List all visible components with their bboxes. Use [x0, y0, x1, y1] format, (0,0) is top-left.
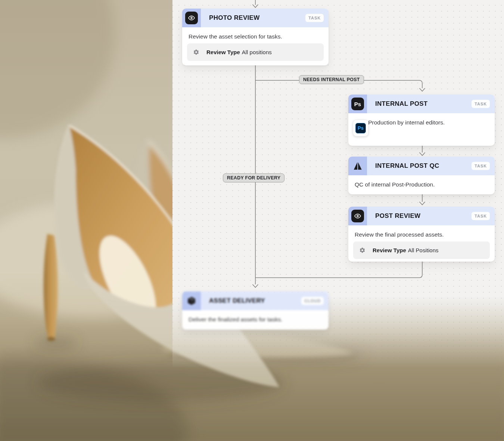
package-icon: [186, 296, 197, 306]
node-icon-cell: [182, 9, 201, 27]
gear-icon: [359, 247, 365, 253]
node-asset-delivery[interactable]: ASSET DELIVERY CLOUD Deliver the finaliz…: [182, 292, 329, 330]
photoshop-icon: Ps: [351, 98, 364, 110]
node-header: POST REVIEW TASK: [348, 207, 495, 225]
node-post-review[interactable]: POST REVIEW TASK Review the final proces…: [348, 207, 495, 262]
node-header: PHOTO REVIEW TASK: [182, 9, 329, 27]
node-header: ASSET DELIVERY CLOUD: [182, 292, 329, 310]
eye-icon: [351, 210, 364, 222]
node-description: Deliver the finalized assets for tasks.: [189, 315, 324, 324]
node-internal-post-qc[interactable]: INTERNAL POST QC TASK QC of internal Pos…: [348, 157, 495, 194]
gear-icon: [193, 49, 199, 55]
photoshop-icon-text: Ps: [354, 101, 361, 107]
node-type-badge: CLOUD: [301, 297, 324, 305]
review-type-param[interactable]: Review Type All Positions: [353, 241, 490, 259]
edge-label-needs-internal-post[interactable]: NEEDS INTERNAL POST: [299, 75, 364, 84]
node-icon-cell: [348, 157, 367, 175]
param-value: All Positions: [408, 247, 439, 253]
node-type-badge: TASK: [472, 162, 490, 170]
node-body: Review the final processed assets. Revie…: [348, 225, 495, 263]
pyramid-icon: [352, 161, 363, 171]
node-type-badge: TASK: [305, 14, 324, 22]
node-title: INTERNAL POST: [375, 100, 428, 108]
node-icon-cell: [348, 207, 367, 225]
node-header: INTERNAL POST QC TASK: [348, 157, 495, 175]
node-type-badge: TASK: [472, 100, 490, 108]
photoshop-app-icon: Ps: [355, 123, 366, 133]
edge-incoming-top-arrow: [253, 4, 258, 7]
edge-internalpost-to-qc-arrow: [420, 152, 425, 155]
param-label: Review Type: [206, 49, 240, 55]
node-title: ASSET DELIVERY: [209, 297, 265, 305]
workflow-screenshot: NEEDS INTERNAL POST READY FOR DELIVERY P…: [0, 0, 504, 441]
node-icon-cell: [182, 292, 201, 310]
node-internal-post[interactable]: Ps INTERNAL POST TASK Post-Production by…: [348, 95, 495, 146]
node-body: Deliver the finalized assets for tasks.: [182, 310, 329, 331]
node-body: Post-Production by internal editors. Ps: [348, 113, 495, 134]
eye-icon: [185, 12, 198, 24]
edge-main-arrow: [253, 284, 258, 287]
node-description: Review the asset selection for tasks.: [189, 32, 324, 41]
node-body: QC of internal Post-Production.: [348, 175, 495, 196]
node-body: Review the asset selection for tasks. Re…: [182, 27, 329, 65]
edge-label-ready-for-delivery[interactable]: READY FOR DELIVERY: [223, 173, 284, 182]
edge-qc-to-postreview-arrow: [420, 202, 425, 205]
node-description: Review the final processed assets.: [355, 230, 490, 239]
param-label: Review Type: [373, 247, 406, 253]
node-icon-cell: Ps: [348, 95, 367, 113]
asset-delivery-blur-region: ASSET DELIVERY CLOUD Deliver the finaliz…: [182, 292, 329, 330]
node-type-badge: TASK: [472, 212, 490, 220]
node-description: QC of internal Post-Production.: [355, 180, 490, 189]
edge-return-to-main: [255, 262, 422, 278]
node-title: POST REVIEW: [375, 212, 420, 220]
node-title: INTERNAL POST QC: [375, 162, 439, 170]
param-value: All positions: [242, 49, 272, 55]
node-photo-review[interactable]: PHOTO REVIEW TASK Review the asset selec…: [182, 9, 329, 65]
node-description: Post-Production by internal editors.: [355, 118, 490, 127]
edge-branch-arrow: [420, 88, 425, 91]
node-header: Ps INTERNAL POST TASK: [348, 95, 495, 113]
review-type-param[interactable]: Review Type All positions: [187, 43, 324, 61]
node-title: PHOTO REVIEW: [209, 14, 260, 22]
photoshop-app-badge: Ps: [353, 120, 368, 136]
